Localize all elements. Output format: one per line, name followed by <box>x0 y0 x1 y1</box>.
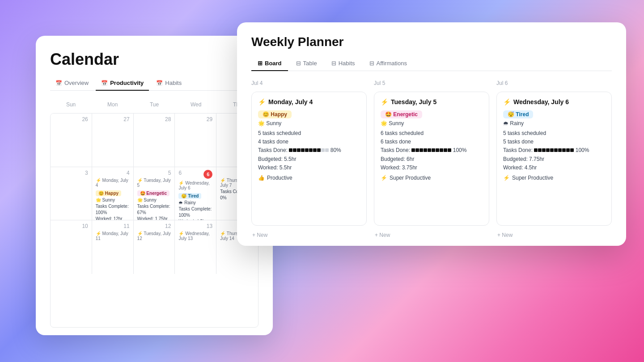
cell-mood-happy: 😊 Happy <box>96 190 121 196</box>
cell-num-5: 5 <box>137 170 171 176</box>
tab-table[interactable]: ⊟ Table <box>290 56 323 71</box>
progress-bar-jul5 <box>411 148 451 152</box>
cal-cell-28: 28 <box>134 114 175 167</box>
date-label-jul5: Jul 5 <box>374 80 489 86</box>
pb5 <box>550 148 554 152</box>
pb7 <box>436 148 439 152</box>
card-title-jul5: ⚡ Tuesday, July 5 <box>381 98 483 105</box>
card-worked-jul4: Worked: 5.5hr <box>258 164 360 172</box>
cell-tasks-6: Tasks Complete: 100% <box>178 206 212 219</box>
planner-panel: Weekly Planner ⊞ Board ⊟ Table ⊟ Habits … <box>237 22 626 246</box>
card-tasks-scheduled-jul5: 6 tasks scheduled <box>381 129 483 138</box>
tab-habits[interactable]: ⊟ Habits <box>325 56 361 71</box>
card-budgeted-jul4: Budgeted: 5.5hr <box>258 155 360 164</box>
cell-day-11: ⚡ Monday, July 11 <box>96 231 130 241</box>
pb8 <box>440 148 443 152</box>
tab-habits[interactable]: 📅 Habits <box>151 76 187 91</box>
day-card-jul6[interactable]: ⚡ Wednesday, July 6 😴 Tired 🌧 Rainy 5 ta… <box>496 92 612 226</box>
card-progress-jul4: Tasks Done: 80% <box>258 146 360 155</box>
pb10 <box>570 148 574 152</box>
tab-board[interactable]: ⊞ Board <box>251 56 288 71</box>
pb9 <box>321 148 325 152</box>
cal-cell-26: 26 <box>51 114 92 167</box>
card-budgeted-jul5: Budgeted: 6hr <box>381 155 483 164</box>
card-worked-jul6: Worked: 4.5hr <box>503 164 605 172</box>
progress-bar-jul6 <box>534 148 574 152</box>
card-prod-jul5: ⚡ Super Productive <box>381 175 483 181</box>
cell-tasks-4: Tasks Complete: 100% <box>96 203 130 216</box>
calendar-day-headers: Sun Mon Tue Wed Thu <box>50 100 258 109</box>
cal-cell-12: 12 ⚡ Tuesday, July 12 <box>134 220 175 274</box>
pb8 <box>562 148 566 152</box>
cell-num-3: 3 <box>54 170 88 176</box>
pb9 <box>444 148 447 152</box>
habits-plan-icon: ⊟ <box>331 60 336 67</box>
pb7 <box>558 148 562 152</box>
pb4 <box>424 148 427 152</box>
tab-productivity[interactable]: 📅 Productivity <box>96 76 149 91</box>
card-worked-jul5: Worked: 3.75hr <box>381 164 483 172</box>
pb5 <box>305 148 309 152</box>
card-tasks-done-jul5: 6 tasks done <box>381 138 483 146</box>
day-header-mon: Mon <box>92 100 133 109</box>
cell-day-tue5: ⚡ Tuesday, July 5 <box>137 178 171 188</box>
day-card-jul4[interactable]: ⚡ Monday, July 4 😊 Happy 🌟 Sunny 5 tasks… <box>251 92 367 226</box>
pb1 <box>411 148 415 152</box>
cell-mood-tired: 😴 Tired <box>178 193 201 199</box>
lightning-icon-jul6: ⚡ <box>503 98 511 105</box>
card-mood-jul6: 😴 Tired <box>503 110 533 118</box>
pb9 <box>566 148 570 152</box>
day-header-tue: Tue <box>133 100 175 109</box>
pb3 <box>419 148 423 152</box>
tab-overview[interactable]: 📅 Overview <box>50 76 94 91</box>
pb8 <box>317 148 321 152</box>
pb2 <box>538 148 542 152</box>
card-budgeted-jul6: Budgeted: 7.75hr <box>503 155 605 164</box>
cell-day-wed6: ⚡ Wednesday, July 6 <box>178 181 212 190</box>
cell-day-12: ⚡ Tuesday, July 12 <box>137 231 171 241</box>
card-tasks-done-jul4: 4 tasks done <box>258 138 360 146</box>
new-btn-jul6[interactable]: + New <box>496 229 612 241</box>
card-progress-jul6: Tasks Done: 100% <box>503 146 605 155</box>
new-btn-jul4[interactable]: + New <box>251 229 367 241</box>
cal-cell-3: 3 <box>51 167 92 221</box>
cell-day-mon4: ⚡ Monday, July 4 <box>96 178 130 188</box>
card-tasks-scheduled-jul6: 5 tasks scheduled <box>503 129 605 138</box>
card-title-jul4: ⚡ Monday, July 4 <box>258 98 360 105</box>
cal-cell-6[interactable]: 6 6 ⚡ Wednesday, July 6 😴 Tired 🌧 Rainy … <box>175 167 216 221</box>
cal-cell-10: 10 <box>51 220 92 274</box>
day-card-jul5[interactable]: ⚡ Tuesday, July 5 🤩 Energetic 🌟 Sunny 6 … <box>374 92 489 226</box>
lightning-icon-jul5: ⚡ <box>381 98 388 105</box>
cal-cell-11: 11 ⚡ Monday, July 11 <box>92 220 134 274</box>
card-weather-jul4: 🌟 Sunny <box>258 120 360 126</box>
pb1 <box>289 148 292 152</box>
progress-bar-jul4 <box>289 148 329 152</box>
cell-num-4: 4 <box>96 170 130 176</box>
cell-num-28: 28 <box>137 116 171 122</box>
cell-mood-energetic: 🤩 Energetic <box>137 190 169 196</box>
pb3 <box>542 148 546 152</box>
cell-num-29: 29 <box>178 116 212 122</box>
pb10 <box>325 148 329 152</box>
card-weather-jul6: 🌧 Rainy <box>503 120 605 126</box>
card-prod-jul6: ⚡ Super Productive <box>503 175 605 181</box>
planner-col-jul5: Jul 5 ⚡ Tuesday, July 5 🤩 Energetic 🌟 Su… <box>374 80 489 241</box>
cell-num-6: 6 <box>178 170 182 176</box>
cell-num-13: 13 <box>178 223 212 229</box>
pb2 <box>293 148 297 152</box>
cell-tasks-5: Tasks Complete: 67% <box>137 203 171 216</box>
cal-cell-4[interactable]: 4 ⚡ Monday, July 4 😊 Happy 🌟 Sunny Tasks… <box>92 167 134 221</box>
new-btn-jul5[interactable]: + New <box>374 229 489 241</box>
pb4 <box>546 148 550 152</box>
planner-col-jul4: Jul 4 ⚡ Monday, July 4 😊 Happy 🌟 Sunny 5… <box>251 80 367 241</box>
pb6 <box>432 148 435 152</box>
day-header-wed: Wed <box>175 100 217 109</box>
cell-num-12: 12 <box>137 223 171 229</box>
card-tasks-scheduled-jul4: 5 tasks scheduled <box>258 129 360 138</box>
card-weather-jul5: 🌟 Sunny <box>381 120 483 126</box>
pb4 <box>301 148 305 152</box>
cal-cell-5[interactable]: 5 ⚡ Tuesday, July 5 🤩 Energetic 🌟 Sunny … <box>134 167 175 221</box>
tab-affirmations[interactable]: ⊟ Affirmations <box>363 56 413 71</box>
habits-icon: 📅 <box>156 80 163 86</box>
cell-worked-5: Worked: 1.75hr <box>137 216 171 221</box>
